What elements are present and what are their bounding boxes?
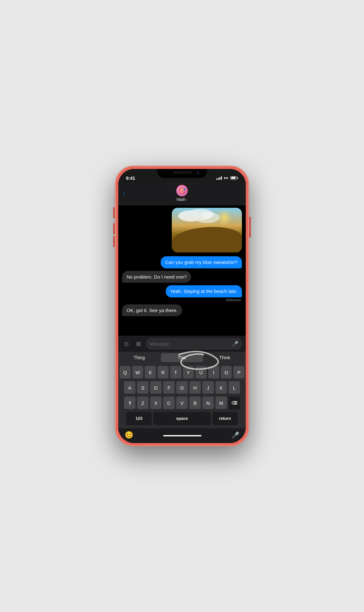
key-s[interactable]: S	[137, 381, 149, 394]
key-u[interactable]: U	[195, 366, 207, 379]
key-l[interactable]: L	[229, 381, 240, 394]
phone-frame: 9:41 ▾▾ ‹ 🎯	[115, 166, 249, 446]
key-row-4: 123 space return	[120, 412, 244, 425]
home-bar[interactable]	[163, 435, 201, 436]
keyboard: Q W E R T Y U I O P A S D F G H J K	[118, 363, 246, 428]
mic-icon: 🎤	[232, 341, 238, 347]
key-y[interactable]: Y	[183, 366, 194, 379]
delete-key[interactable]: ⌫	[229, 397, 240, 409]
key-r[interactable]: R	[157, 366, 169, 379]
key-v[interactable]: V	[176, 397, 188, 409]
message-row-2: No problem. Do I need one?	[122, 271, 242, 283]
nav-header: ‹ 🎯 Vash ›	[118, 183, 246, 205]
front-camera	[197, 171, 200, 174]
emoji-button[interactable]: 😊	[125, 431, 133, 439]
bubble-incoming-2[interactable]: OK, got it. See ya there.	[122, 304, 182, 317]
predictive-item-0[interactable]: Thing	[118, 352, 160, 363]
return-key[interactable]: return	[212, 412, 238, 425]
space-key[interactable]: space	[153, 412, 211, 425]
key-t[interactable]: T	[170, 366, 181, 379]
key-x[interactable]: X	[150, 397, 162, 409]
dictation-button[interactable]: 🎤	[231, 431, 239, 439]
key-i[interactable]: I	[208, 366, 219, 379]
key-a[interactable]: A	[124, 381, 135, 394]
contact-info[interactable]: 🎯 Vash ›	[176, 185, 188, 202]
phone-screen: 9:41 ▾▾ ‹ 🎯	[118, 169, 246, 443]
apps-button[interactable]: ⊞	[134, 339, 143, 349]
key-g[interactable]: G	[176, 381, 188, 394]
input-placeholder: Message	[150, 341, 169, 346]
key-b[interactable]: B	[189, 397, 201, 409]
key-row-1: Q W E R T Y U I O P	[120, 366, 244, 379]
battery-icon	[230, 176, 238, 180]
messages-area: Can you grab my blue sweatshirt? No prob…	[118, 205, 246, 336]
key-row-3: ⇧ Z X C V B N M ⌫	[120, 397, 244, 409]
key-row-2: A S D F G H J K L	[120, 381, 244, 394]
avatar: 🎯	[176, 185, 188, 196]
chevron-right-icon: ›	[186, 198, 188, 201]
apps-icon: ⊞	[136, 340, 141, 347]
predictive-item-1[interactable]: This	[161, 353, 203, 362]
bubble-outgoing-2[interactable]: Yeah. Staying at the beach late.	[166, 285, 242, 297]
key-k[interactable]: K	[215, 381, 227, 394]
notch	[157, 169, 207, 178]
key-j[interactable]: J	[202, 381, 214, 394]
bubble-outgoing-1[interactable]: Can you grab my blue sweatshirt?	[161, 256, 242, 268]
message-row-3: Yeah. Staying at the beach late. Deliver…	[122, 285, 242, 302]
key-z[interactable]: Z	[137, 397, 149, 409]
photo-message[interactable]	[172, 208, 242, 252]
photo-image	[172, 208, 242, 252]
key-h[interactable]: H	[189, 381, 201, 394]
predictive-bar: Thing This Think	[118, 352, 246, 363]
key-w[interactable]: W	[132, 366, 143, 379]
status-icons: ▾▾	[216, 176, 238, 180]
key-m[interactable]: M	[215, 397, 227, 409]
key-n[interactable]: N	[202, 397, 214, 409]
shift-key[interactable]: ⇧	[124, 397, 135, 409]
key-q[interactable]: Q	[120, 366, 131, 379]
delivered-status: Delivered	[226, 298, 242, 302]
home-area: 😊 🎤	[118, 428, 246, 443]
photo-message-row	[122, 208, 242, 254]
bubble-incoming-1[interactable]: No problem. Do I need one?	[122, 271, 191, 283]
status-time: 9:41	[126, 175, 135, 181]
message-row-1: Can you grab my blue sweatshirt?	[122, 256, 242, 268]
key-d[interactable]: D	[150, 381, 162, 394]
key-o[interactable]: O	[221, 366, 232, 379]
message-input[interactable]: Message 🎤	[146, 338, 243, 349]
camera-button[interactable]: ⊙	[121, 339, 131, 349]
signal-icon	[216, 176, 222, 180]
contact-name: Vash ›	[176, 197, 187, 202]
speaker	[172, 171, 192, 173]
avatar-icon: 🎯	[178, 187, 186, 194]
predictive-item-2[interactable]: Think	[204, 352, 246, 363]
message-row-4: OK, got it. See ya there.	[122, 304, 242, 317]
camera-icon: ⊙	[124, 340, 129, 347]
key-c[interactable]: C	[163, 397, 175, 409]
key-p[interactable]: P	[233, 366, 244, 379]
key-f[interactable]: F	[163, 381, 175, 394]
wifi-icon: ▾▾	[224, 176, 228, 180]
key-e[interactable]: E	[145, 366, 156, 379]
numbers-key[interactable]: 123	[126, 412, 152, 425]
input-area: ⊙ ⊞ Message 🎤	[118, 336, 246, 352]
home-bar-container	[133, 434, 231, 436]
back-button[interactable]: ‹	[123, 190, 125, 197]
